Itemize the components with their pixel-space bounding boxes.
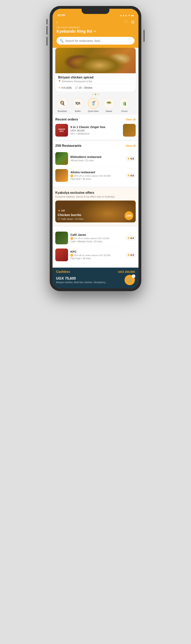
bottom-bar-bottom: UGX 75,600 Biriyani chicken, Beef blur c…: [56, 275, 135, 285]
exclusive-banner[interactable]: ★ 4.9 Chicken burrito ⏱ Café Javas • 15 …: [55, 200, 136, 222]
recent-orders-header: Recent orders View all: [55, 118, 136, 122]
wifi-icon: ▾: [129, 14, 130, 17]
filter-icon[interactable]: ⊟: [131, 20, 135, 24]
order-thumb: ZINGERBOX: [55, 124, 68, 136]
offer-name-1: Café Javas: [70, 233, 123, 236]
status-time: 12:05: [57, 13, 65, 17]
restaurant-item-2[interactable]: Alistra restaurant % 50% off on orders a…: [55, 167, 136, 184]
restaurants-header: 258 Restaurants View all: [55, 144, 136, 148]
exclusive-star-icon: ★: [58, 209, 60, 212]
restaurant-name-1: Ekitoobero restaurant: [70, 155, 123, 158]
restaurant-desc-2: Fast food • 40 mins: [70, 178, 123, 180]
category-buffet[interactable]: 🍽 Buffet: [71, 98, 85, 112]
hero-card: Biriyani chicken spiced 📍 Ekitoobero Res…: [55, 73, 136, 92]
favorites-icon[interactable]: ♡: [124, 20, 128, 24]
category-label-breakfast: Breakfast: [58, 110, 67, 112]
restaurants-count: 258 Restaurants: [55, 144, 81, 148]
signal-icon: ▲▲▲: [120, 14, 127, 17]
power-button[interactable]: [144, 30, 145, 42]
restaurant-thumb-2: [55, 169, 68, 182]
search-bar[interactable]: 🔍: [56, 37, 135, 44]
smoothies-icon: 🧃: [119, 98, 130, 109]
battery-icon: ▬: [131, 14, 134, 17]
time-dot-icon: ⏱: [58, 218, 60, 220]
search-container: 🔍: [52, 37, 139, 48]
exclusive-section: Kyakulya exclusive offers Exclusive eate…: [52, 188, 139, 225]
offer-meta-2: Fast food • 28 mins: [70, 257, 123, 260]
recent-orders-view-all[interactable]: View all: [126, 118, 136, 121]
search-input[interactable]: [65, 39, 131, 42]
cart-items-text: Biriyani chicken, Beef blur chicken, Str…: [56, 281, 125, 284]
offer-discount-icon-2: %: [70, 254, 73, 257]
offer-star-1: ★: [127, 236, 130, 240]
star-icon-1: ★: [127, 157, 130, 160]
bottom-bar: Cashless UGX 254,500 UGX 75,600 Biriyani…: [52, 268, 139, 288]
category-breakfast[interactable]: 🍳 Breakfast: [55, 98, 69, 112]
offer-info-1: Café Javas % 5% off on orders above UGX …: [70, 233, 123, 243]
quick-bites-icon: 🥤: [88, 98, 99, 109]
offer-info-2: KFC % 25% off on orders above UGX 20,000…: [70, 250, 123, 260]
header-actions: ♡ ⊟: [124, 20, 135, 24]
clock-icon: 🕐: [75, 86, 78, 89]
discount-badge: 15%: [125, 211, 133, 220]
offer-restaurant-2[interactable]: KFC % 25% off on orders above UGX 20,000…: [55, 246, 136, 263]
breakfast-icon: 🍳: [57, 98, 68, 109]
hero-restaurant: 📍 Ekitoobero Restaurant & Bar: [58, 80, 133, 83]
bottom-bar-top: Cashless UGX 254,500: [56, 270, 135, 274]
hero-banner[interactable]: Biriyani chicken spiced 📍 Ekitoobero Res…: [55, 48, 136, 92]
hero-time: 🕐 15 - 25mins: [75, 86, 92, 89]
notch: [82, 9, 109, 14]
offer-rating-2: ★ 4.3: [126, 253, 136, 257]
order-item[interactable]: ZINGERBOX 5 in 1 Classic Zinger box UGX …: [55, 124, 136, 136]
restaurant-offer-2: % 50% off on orders above UGX 40,000: [70, 174, 123, 177]
category-quick-bites[interactable]: 🥤 Quick bites: [86, 98, 100, 112]
silent-button[interactable]: [46, 19, 47, 24]
order-image-right: [123, 124, 136, 136]
category-smoothies[interactable]: 🧃 Smoot: [117, 98, 131, 112]
restaurant-item-1[interactable]: Ekitoobero restaurant African food • 12 …: [55, 150, 136, 167]
salads-icon: 🥗: [103, 98, 114, 109]
phone-frame: 12:05 ▲▲▲ ▾ ▬ ‹ ♡ ⊟ DELIVERY ADDRESS Kye…: [50, 6, 141, 291]
cart-button[interactable]: 🛒 3: [125, 275, 135, 285]
balance-amount: UGX 254,500: [118, 270, 135, 274]
restaurant-rating-1: ★ 4.8: [126, 156, 136, 161]
offer-thumb-1: [55, 232, 68, 244]
back-button[interactable]: ‹: [56, 20, 58, 24]
edit-address-icon[interactable]: ✏: [94, 30, 96, 33]
category-label-quick-bites: Quick bites: [88, 110, 99, 112]
volume-down-button[interactable]: [46, 37, 47, 46]
offer-meta-1: Café • Western food • 20 mins: [70, 240, 123, 243]
offer-name-2: KFC: [70, 250, 123, 253]
offer-star-2: ★: [127, 254, 130, 256]
buffet-icon: 🍽: [72, 98, 83, 109]
delivery-label: DELIVERY ADDRESS: [56, 26, 135, 29]
recent-orders-section: Recent orders View all ZINGERBOX 5 in 1 …: [52, 115, 139, 140]
cart-icon: 🛒: [127, 278, 133, 282]
restaurants-section: 258 Restaurants View all Ekitoobero rest…: [52, 141, 139, 186]
offer-thumb-2: [55, 248, 68, 261]
offer-restaurants: Café Javas % 5% off on orders above UGX …: [52, 227, 139, 266]
cashless-logo: Cashless: [56, 270, 70, 274]
category-salads[interactable]: 🥗 Salads: [102, 98, 116, 112]
exclusive-restaurant: ⏱ Café Javas • 15 mins: [58, 218, 83, 220]
exclusive-banner-info: ★ 4.9 Chicken burrito ⏱ Café Javas • 15 …: [55, 207, 86, 222]
restaurants-view-all[interactable]: View all: [126, 144, 136, 147]
address-text: Kyebando Ring Rd: [56, 29, 92, 34]
location-icon: 📍: [58, 80, 61, 83]
offer-rating-1: ★ 4.4: [126, 236, 136, 240]
discount-icon-2: %: [70, 174, 73, 177]
restaurant-info-1: Ekitoobero restaurant African food • 12 …: [70, 155, 123, 162]
restaurant-info-2: Alistra restaurant % 50% off on orders a…: [70, 170, 123, 180]
restaurant-desc-1: African food • 12 mins: [70, 159, 123, 162]
cart-total: UGX 75,600: [56, 276, 125, 280]
offer-discount-2: % 25% off on orders above UGX 20,000: [70, 254, 123, 257]
category-label-buffet: Buffet: [75, 110, 81, 112]
volume-up-button[interactable]: [46, 26, 47, 35]
order-name: 5 in 1 Classic Zinger box: [70, 125, 121, 129]
offer-restaurant-1[interactable]: Café Javas % 5% off on orders above UGX …: [55, 230, 136, 246]
category-scroll[interactable]: 🍳 Breakfast 🍽 Buffet 🥤 Quick bites 🥗 Sal…: [52, 97, 139, 115]
status-icons: ▲▲▲ ▾ ▬: [120, 14, 134, 17]
recent-orders-title: Recent orders: [55, 118, 78, 122]
search-icon: 🔍: [60, 39, 64, 42]
hero-rating: ★ 4.9 (328): [58, 86, 72, 89]
